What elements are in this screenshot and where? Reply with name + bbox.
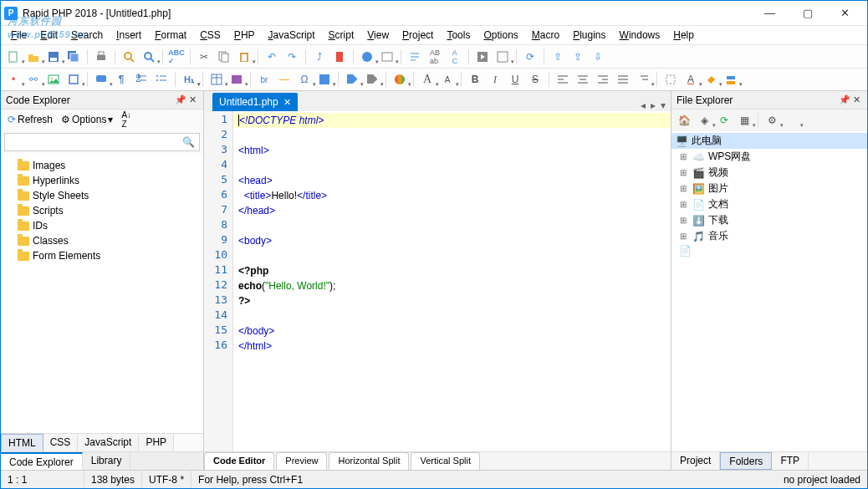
tab-menu-icon[interactable]: ▾ — [661, 99, 666, 111]
menu-search[interactable]: Search — [64, 28, 110, 43]
upload-button[interactable]: ⇧ — [549, 48, 567, 66]
file-tree-item[interactable]: ⊞🎵音乐 — [671, 228, 867, 244]
tree-node[interactable]: Form Elements — [4, 248, 200, 263]
spellcheck-button[interactable]: ABC✓ — [167, 48, 186, 66]
tag2-button[interactable] — [363, 70, 381, 89]
form-button[interactable] — [227, 70, 246, 89]
menu-plugins[interactable]: Plugins — [566, 28, 612, 43]
close-tab-icon[interactable]: ✕ — [283, 97, 291, 108]
right-tab-project[interactable]: Project — [671, 452, 720, 470]
css-selector-button[interactable] — [661, 70, 680, 89]
right-tab-folders[interactable]: Folders — [720, 452, 772, 470]
file-tree-root[interactable]: 🖥️此电脑 — [671, 133, 867, 149]
editor-tab-code-editor[interactable]: Code Editor — [204, 452, 274, 470]
lang-tab-css[interactable]: CSS — [43, 434, 79, 451]
tree-node[interactable]: Images — [4, 158, 200, 173]
tree-node[interactable]: Scripts — [4, 203, 200, 218]
tree-node[interactable]: Hyperlinks — [4, 173, 200, 188]
lang-tab-html[interactable]: HTML — [1, 434, 43, 451]
format-button[interactable] — [406, 48, 424, 66]
case-button[interactable]: ABab — [426, 48, 444, 66]
cut-button[interactable]: ✂ — [195, 48, 213, 66]
save-button[interactable] — [44, 48, 63, 66]
editor-tab-horizontal-split[interactable]: Horizontal Split — [329, 452, 409, 470]
italic-button[interactable]: I — [486, 70, 504, 89]
menu-help[interactable]: Help — [666, 28, 701, 43]
heading-button[interactable]: H₁ — [180, 70, 198, 89]
editor-tab-preview[interactable]: Preview — [276, 452, 327, 470]
browser-button[interactable] — [358, 48, 376, 66]
lang-tab-php[interactable]: PHP — [139, 434, 174, 451]
close-button[interactable]: ✕ — [826, 1, 864, 26]
close-panel-icon[interactable]: ✕ — [186, 94, 198, 105]
home-icon[interactable]: 🏠 — [675, 111, 693, 130]
new-file-button[interactable] — [4, 48, 23, 66]
view-button[interactable] — [378, 48, 396, 66]
indent-button[interactable] — [634, 70, 652, 89]
bold-button[interactable]: B — [466, 70, 484, 89]
lang-tab-javascript[interactable]: JavaScript — [78, 434, 139, 451]
menu-insert[interactable]: Insert — [110, 28, 148, 43]
menu-options[interactable]: Options — [477, 28, 524, 43]
left-tab-code-explorer[interactable]: Code Explorer — [1, 452, 83, 470]
menu-edit[interactable]: Edit — [33, 28, 64, 43]
right-tab-ftp[interactable]: FTP — [772, 452, 809, 470]
paragraph-button[interactable]: ¶ — [112, 70, 130, 89]
code-editor[interactable]: 12345678910111213141516 <!DOCTYPE html><… — [204, 111, 671, 451]
style-button[interactable] — [722, 70, 740, 89]
print-button[interactable] — [92, 48, 110, 66]
strike-button[interactable]: S — [526, 70, 544, 89]
case2-button[interactable]: AC — [446, 48, 464, 66]
comment-button[interactable] — [92, 70, 110, 89]
search-input[interactable] — [4, 133, 200, 151]
sort-button[interactable]: A↓Z — [118, 109, 135, 130]
find-button[interactable] — [120, 48, 138, 66]
menu-view[interactable]: View — [360, 28, 396, 43]
color-button[interactable] — [391, 70, 409, 89]
editor-tab-vertical-split[interactable]: Vertical Split — [411, 452, 480, 470]
menu-file[interactable]: File — [4, 28, 33, 43]
omega-button[interactable]: Ω — [295, 70, 314, 89]
find-replace-button[interactable] — [140, 48, 158, 66]
file-tree-item[interactable]: ⊞☁️WPS网盘 — [671, 149, 867, 165]
tag-button[interactable] — [343, 70, 361, 89]
tree-node[interactable]: Classes — [4, 233, 200, 248]
menu-macro[interactable]: Macro — [525, 28, 566, 43]
menu-tools[interactable]: Tools — [440, 28, 477, 43]
link-button[interactable]: ⚯ — [24, 70, 43, 89]
close-panel-icon[interactable]: ✕ — [850, 94, 862, 105]
align-center-button[interactable] — [574, 70, 592, 89]
bullet-button[interactable]: • — [4, 70, 23, 89]
menu-script[interactable]: Script — [322, 28, 361, 43]
ul-button[interactable] — [152, 70, 171, 89]
refresh-icon[interactable]: ⟳ — [521, 48, 539, 66]
settings-icon[interactable]: ⚙ — [763, 111, 781, 130]
menu-format[interactable]: Format — [148, 28, 193, 43]
align-justify-button[interactable] — [614, 70, 632, 89]
undo-button[interactable]: ↶ — [263, 48, 281, 66]
maximize-button[interactable]: ▢ — [789, 1, 826, 26]
file-tree-item[interactable]: ⊞⬇️下载 — [671, 212, 867, 228]
file-tab[interactable]: Untitled1.php ✕ — [212, 93, 298, 111]
open-file-button[interactable] — [24, 48, 43, 66]
image-button[interactable] — [44, 70, 63, 89]
menu-javascript[interactable]: JavaScript — [262, 28, 322, 43]
download-button[interactable]: ⇩ — [589, 48, 607, 66]
menu-windows[interactable]: Windows — [613, 28, 667, 43]
folder-icon[interactable] — [783, 111, 801, 130]
copy-button[interactable] — [215, 48, 233, 66]
left-tab-library[interactable]: Library — [83, 452, 131, 470]
goto-line-button[interactable]: ⤴ — [310, 48, 329, 66]
save-all-button[interactable] — [64, 48, 83, 66]
refresh-files-icon[interactable]: ⟳ — [715, 111, 733, 130]
table-button[interactable] — [207, 70, 226, 89]
pin-icon[interactable]: 📌 — [839, 94, 850, 105]
refresh-button[interactable]: ⟳ Refresh — [4, 112, 56, 127]
underline-button[interactable]: U — [506, 70, 524, 89]
pin-icon[interactable]: 📌 — [175, 94, 186, 105]
bgcolor-button[interactable] — [702, 70, 720, 89]
prev-tab-icon[interactable]: ◂ — [641, 99, 646, 111]
font-button[interactable]: A — [418, 70, 437, 89]
file-tree-item[interactable]: ⊞📄文档 — [671, 196, 867, 212]
upload2-button[interactable]: ⇪ — [569, 48, 587, 66]
